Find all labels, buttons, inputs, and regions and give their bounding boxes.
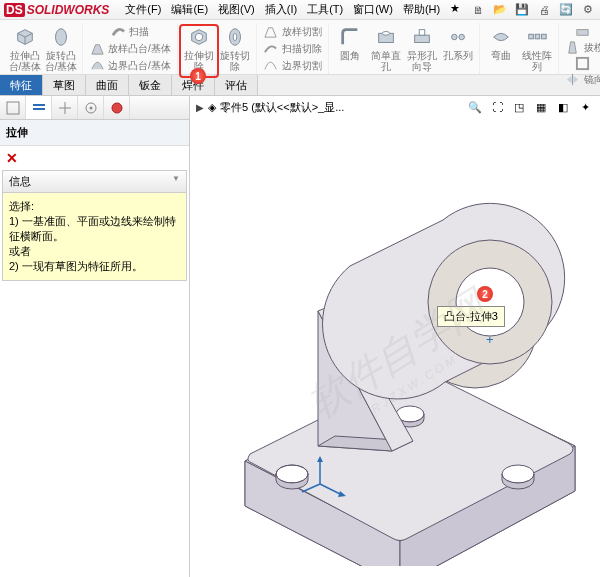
panel-title: 拉伸 [0, 120, 189, 146]
rebuild-icon[interactable]: 🔄 [558, 2, 574, 18]
svg-rect-15 [7, 102, 19, 114]
breadcrumb-arrow-icon: ▶ [196, 102, 204, 113]
menu-tools[interactable]: 工具(T) [303, 0, 347, 19]
svg-point-19 [89, 106, 92, 109]
menu-window[interactable]: 窗口(W) [349, 0, 397, 19]
menu-insert[interactable]: 插入(I) [261, 0, 301, 19]
btn-simple-hole[interactable]: 简单直 孔 [369, 23, 403, 74]
btn-rib[interactable] [573, 23, 596, 39]
btn-boundary-cut[interactable]: 边界切割 [261, 57, 324, 74]
cursor-crosshair-icon: + [486, 332, 494, 347]
section-icon[interactable]: ◧ [554, 98, 572, 116]
btn-mirror[interactable]: 镜向 [563, 71, 600, 87]
panel-tab-feature[interactable] [0, 96, 26, 119]
menu-help[interactable]: 帮助(H) [399, 0, 444, 19]
svg-point-1 [195, 33, 202, 40]
info-section: 信息 选择: 1) 一基准面、平面或边线来绘制特征横断面。 或者 2) 一现有草… [0, 170, 189, 281]
info-line: 或者 [9, 244, 180, 259]
btn-revolve-boss[interactable]: 旋转凸 台/基体 [44, 23, 78, 74]
btn-extrude-boss[interactable]: 拉伸凸 台/基体 [8, 23, 42, 74]
ribbon-tabs: 特征 草图 曲面 钣金 焊件 评估 [0, 75, 600, 96]
btn-loft-boss[interactable]: 放样凸台/基体 [87, 40, 173, 57]
svg-rect-17 [33, 108, 45, 110]
menu-file[interactable]: 文件(F) [121, 0, 165, 19]
info-line: 1) 一基准面、平面或边线来绘制特征横断面。 [9, 214, 180, 244]
menu-view[interactable]: 视图(V) [214, 0, 259, 19]
btn-boundary-boss[interactable]: 边界凸台/基体 [87, 57, 173, 74]
zoom-area-icon[interactable]: ⛶ [488, 98, 506, 116]
svg-point-0 [56, 29, 67, 46]
ds-badge-icon: DS [4, 3, 25, 17]
svg-rect-16 [33, 104, 45, 106]
panel-tab-appearance[interactable] [104, 96, 130, 119]
btn-hole-series[interactable]: 孔系列 [441, 23, 475, 74]
svg-rect-10 [529, 34, 534, 39]
svg-rect-14 [577, 57, 588, 68]
btn-extrude-cut[interactable]: 拉伸切 除 [182, 23, 216, 74]
model-view [190, 136, 600, 566]
info-body: 选择: 1) 一基准面、平面或边线来绘制特征横断面。 或者 2) 一现有草图为特… [2, 193, 187, 281]
zoom-fit-icon[interactable]: 🔍 [466, 98, 484, 116]
svg-point-20 [112, 103, 122, 113]
graphics-viewport[interactable]: ▶ ◈ 零件5 (默认<<默认>_显... 🔍 ⛶ ◳ ▦ ◧ ✦ [190, 96, 600, 577]
btn-sweep-cut[interactable]: 扫描切除 [261, 40, 324, 57]
tab-weldments[interactable]: 焊件 [172, 75, 215, 95]
panel-close-button[interactable]: ✕ [0, 146, 189, 170]
btn-sweep[interactable]: 扫描 [108, 23, 151, 40]
tab-sheetmetal[interactable]: 钣金 [129, 75, 172, 95]
app-logo: DS SOLIDWORKS [4, 3, 109, 17]
panel-tab-property[interactable] [26, 96, 52, 119]
tab-evaluate[interactable]: 评估 [215, 75, 258, 95]
panel-tab-dim[interactable] [78, 96, 104, 119]
tab-surfaces[interactable]: 曲面 [86, 75, 129, 95]
breadcrumb-label: 零件5 (默认<<默认>_显... [220, 100, 344, 115]
svg-rect-6 [414, 35, 429, 42]
svg-rect-7 [419, 30, 425, 36]
save-icon[interactable]: 💾 [514, 2, 530, 18]
btn-linear-pattern[interactable]: 线性阵 列 [520, 23, 554, 74]
panel-tabs [0, 96, 189, 120]
svg-rect-12 [541, 34, 546, 39]
tab-features[interactable]: 特征 [0, 75, 43, 95]
title-bar: DS SOLIDWORKS 文件(F) 编辑(E) 视图(V) 插入(I) 工具… [0, 0, 600, 20]
feature-tooltip: 凸台-拉伸3 [437, 306, 505, 327]
svg-point-8 [451, 34, 457, 40]
info-line: 选择: [9, 199, 180, 214]
btn-loft-cut[interactable]: 放样切割 [261, 23, 324, 40]
svg-point-5 [382, 32, 389, 36]
btn-shell[interactable] [573, 55, 596, 71]
btn-flex[interactable]: 弯曲 [484, 23, 518, 74]
svg-point-9 [459, 34, 465, 40]
options-icon[interactable]: ⚙ [580, 2, 596, 18]
info-line: 2) 一现有草图为特征所用。 [9, 259, 180, 274]
open-icon[interactable]: 📂 [492, 2, 508, 18]
btn-hole-wizard[interactable]: 异形孔 向导 [405, 23, 439, 74]
svg-rect-11 [535, 34, 540, 39]
part-icon: ◈ [208, 101, 216, 114]
tab-sketch[interactable]: 草图 [43, 75, 86, 95]
menu-more[interactable]: ★ [446, 0, 464, 19]
orient-icon[interactable]: ◳ [510, 98, 528, 116]
print-icon[interactable]: 🖨 [536, 2, 552, 18]
btn-revolve-cut[interactable]: 旋转切 除 [218, 23, 252, 74]
ribbon-toolbar: 拉伸凸 台/基体 旋转凸 台/基体 扫描 放样凸台/基体 边界凸台/基体 拉伸切… [0, 20, 600, 75]
svg-point-3 [233, 33, 237, 40]
main-menu: 文件(F) 编辑(E) 视图(V) 插入(I) 工具(T) 窗口(W) 帮助(H… [121, 0, 464, 19]
info-header[interactable]: 信息 [2, 170, 187, 193]
scene-icon[interactable]: ✦ [576, 98, 594, 116]
svg-rect-13 [577, 29, 588, 35]
new-icon[interactable]: 🗎 [470, 2, 486, 18]
property-panel: 拉伸 ✕ 信息 选择: 1) 一基准面、平面或边线来绘制特征横断面。 或者 2)… [0, 96, 190, 577]
display-icon[interactable]: ▦ [532, 98, 550, 116]
main-area: 拉伸 ✕ 信息 选择: 1) 一基准面、平面或边线来绘制特征横断面。 或者 2)… [0, 96, 600, 577]
quick-access: 🗎 📂 💾 🖨 🔄 ⚙ [470, 2, 596, 18]
view-toolbar: 🔍 ⛶ ◳ ▦ ◧ ✦ [466, 98, 594, 116]
btn-draft[interactable]: 拔模 [563, 39, 600, 55]
menu-edit[interactable]: 编辑(E) [167, 0, 212, 19]
btn-fillet[interactable]: 圆角 [333, 23, 367, 74]
panel-tab-config[interactable] [52, 96, 78, 119]
breadcrumb[interactable]: ▶ ◈ 零件5 (默认<<默认>_显... [196, 100, 344, 115]
